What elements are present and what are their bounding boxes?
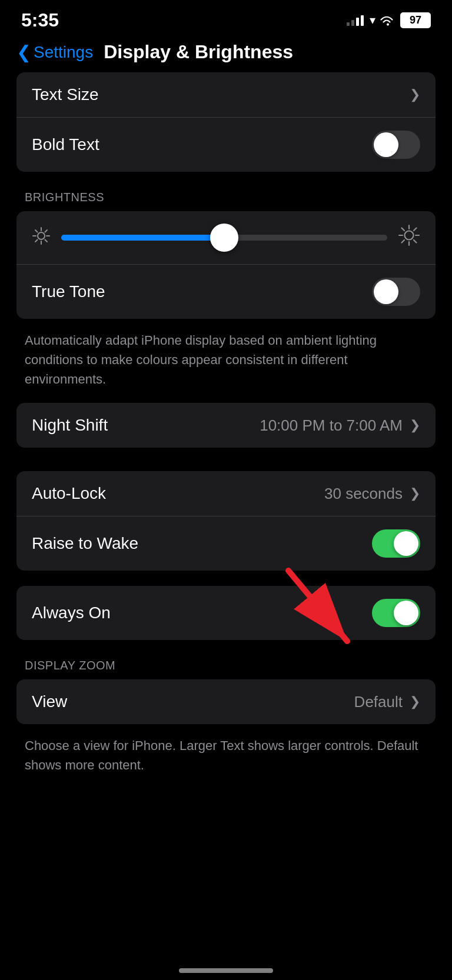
svg-line-5 [35, 230, 38, 232]
text-size-label: Text Size [32, 85, 99, 104]
battery-icon: 97 [400, 12, 431, 28]
true-tone-description: Automatically adapt iPhone display based… [16, 324, 436, 403]
svg-line-6 [45, 239, 48, 242]
svg-line-16 [414, 228, 417, 231]
page-title: Display & Brightness [104, 41, 293, 63]
night-shift-chevron-icon: ❯ [410, 418, 420, 433]
bold-text-toggle-knob [374, 132, 398, 157]
wifi-icon: ▾ [370, 13, 394, 27]
always-on-row[interactable]: Always On [16, 586, 436, 640]
always-on-toggle-knob [394, 601, 418, 625]
raise-to-wake-row[interactable]: Raise to Wake [16, 516, 436, 571]
brightness-group: True Tone [16, 211, 436, 319]
svg-line-7 [45, 230, 48, 232]
true-tone-toggle[interactable] [372, 278, 420, 306]
bold-text-label: Bold Text [32, 135, 99, 154]
raise-to-wake-label: Raise to Wake [32, 534, 138, 553]
raise-to-wake-toggle-knob [394, 531, 418, 556]
back-chevron-icon: ❮ [16, 44, 31, 61]
brightness-slider-track[interactable] [61, 235, 387, 241]
scroll-content: Text Size ❯ Bold Text BRIGHTNESS [0, 72, 452, 789]
auto-lock-row[interactable]: Auto-Lock 30 seconds ❯ [16, 471, 436, 516]
night-shift-label: Night Shift [32, 416, 108, 435]
status-time: 5:35 [21, 9, 59, 31]
text-size-chevron-icon: ❯ [410, 87, 420, 102]
brightness-slider-fill [61, 235, 224, 241]
always-on-label: Always On [32, 604, 111, 622]
always-on-toggle[interactable] [372, 599, 420, 627]
svg-line-15 [414, 240, 417, 243]
night-shift-group: Night Shift 10:00 PM to 7:00 AM ❯ [16, 403, 436, 448]
autolock-group: Auto-Lock 30 seconds ❯ Raise to Wake [16, 471, 436, 571]
text-settings-group: Text Size ❯ Bold Text [16, 72, 436, 172]
view-value: Default [354, 693, 403, 711]
display-zoom-group: View Default ❯ [16, 679, 436, 724]
auto-lock-label: Auto-Lock [32, 484, 106, 503]
back-button[interactable]: ❮ Settings [16, 43, 93, 62]
view-chevron-icon: ❯ [410, 694, 420, 709]
status-bar: 5:35 ▾ 97 [0, 0, 452, 35]
night-shift-right: 10:00 PM to 7:00 AM ❯ [260, 416, 420, 435]
svg-line-17 [402, 240, 405, 243]
true-tone-toggle-knob [374, 279, 398, 304]
auto-lock-value: 30 seconds [324, 485, 403, 503]
svg-point-9 [405, 231, 414, 240]
nav-bar: ❮ Settings Display & Brightness [0, 35, 452, 72]
view-row[interactable]: View Default ❯ [16, 679, 436, 724]
view-right: Default ❯ [354, 693, 420, 711]
true-tone-row[interactable]: True Tone [16, 265, 436, 319]
svg-point-0 [38, 232, 45, 239]
true-tone-label: True Tone [32, 282, 105, 301]
brightness-low-icon [32, 226, 51, 249]
always-on-group: Always On [16, 586, 436, 640]
svg-line-14 [402, 228, 405, 231]
display-zoom-section-label: DISPLAY ZOOM [16, 645, 436, 679]
view-label: View [32, 692, 67, 711]
bold-text-row[interactable]: Bold Text [16, 118, 436, 172]
auto-lock-right: 30 seconds ❯ [324, 485, 420, 503]
text-size-row[interactable]: Text Size ❯ [16, 72, 436, 118]
home-indicator [179, 968, 273, 973]
svg-line-8 [35, 239, 38, 242]
brightness-high-icon [398, 224, 420, 251]
signal-bars-icon [347, 14, 364, 26]
brightness-section-label: BRIGHTNESS [16, 176, 436, 211]
brightness-slider-row[interactable] [16, 211, 436, 265]
raise-to-wake-toggle[interactable] [372, 529, 420, 558]
battery-level: 97 [410, 14, 421, 26]
status-icons: ▾ 97 [347, 12, 431, 28]
text-size-right: ❯ [410, 87, 420, 102]
back-label: Settings [34, 43, 93, 62]
brightness-slider-thumb[interactable] [210, 224, 238, 252]
bold-text-toggle[interactable] [372, 131, 420, 159]
night-shift-row[interactable]: Night Shift 10:00 PM to 7:00 AM ❯ [16, 403, 436, 448]
night-shift-value: 10:00 PM to 7:00 AM [260, 416, 403, 435]
auto-lock-chevron-icon: ❯ [410, 486, 420, 501]
display-zoom-description: Choose a view for iPhone. Larger Text sh… [16, 729, 436, 789]
